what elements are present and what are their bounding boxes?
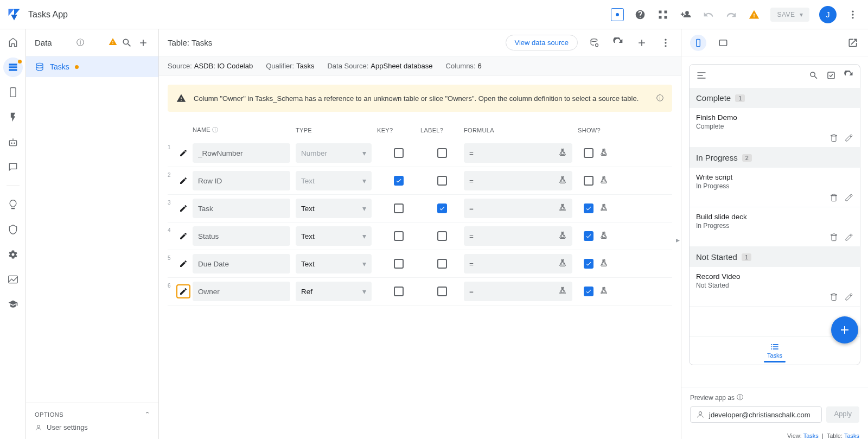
select-icon[interactable] [826,71,836,82]
user-settings-row[interactable]: User settings [35,418,150,431]
more-vert-icon[interactable] [846,8,859,21]
checkbox[interactable] [437,148,447,158]
flask-icon[interactable] [599,287,621,297]
checkbox[interactable] [437,203,447,213]
column-name-input[interactable] [193,254,290,273]
task-item[interactable]: Record VideoNot Started [690,267,860,307]
rail-learn-icon[interactable] [7,298,20,311]
view-link[interactable]: Tasks [803,432,819,439]
task-item[interactable]: Finish DemoComplete [690,108,860,148]
formula-input[interactable]: = [464,171,572,190]
column-name-input[interactable] [193,199,290,218]
column-name-input[interactable] [193,171,290,190]
group-header[interactable]: In Progress2 [690,148,860,168]
tablet-preview-button[interactable] [715,35,731,51]
avatar[interactable]: J [819,6,837,23]
edit-icon[interactable] [176,229,190,243]
checkbox[interactable] [584,148,593,158]
task-item[interactable]: Write scriptIn Progress [690,168,860,207]
column-name-input[interactable] [193,226,290,246]
column-name-input[interactable] [193,143,290,163]
edit-icon[interactable] [845,193,853,203]
rail-manage-icon[interactable] [7,273,20,286]
info-icon[interactable]: ⓘ [737,393,743,402]
add-user-icon[interactable] [679,8,692,21]
group-header[interactable]: Complete1 [690,88,860,108]
rail-security-icon[interactable] [7,223,20,236]
delete-icon[interactable] [829,193,838,203]
delete-icon[interactable] [829,233,838,243]
preview-email-input[interactable]: jdeveloper@christianschalk.com [690,406,822,423]
edit-icon[interactable] [845,133,853,144]
checkbox[interactable] [584,176,593,186]
collapse-preview-icon[interactable]: ▸ [676,234,681,245]
flask-icon[interactable] [599,148,621,158]
checkbox[interactable] [437,287,447,296]
column-type-select[interactable]: Ref▾ [296,282,372,301]
settings-icon[interactable] [588,36,601,49]
column-type-select[interactable]: Number▾ [296,143,372,163]
column-name-input[interactable] [193,282,290,301]
flask-icon[interactable] [599,176,621,186]
edit-icon[interactable] [176,284,190,298]
rail-data-icon[interactable] [7,61,20,74]
apply-button[interactable]: Apply [826,406,859,423]
checkbox[interactable] [584,287,593,296]
chevron-up-icon[interactable]: ⌃ [145,411,150,418]
delete-icon[interactable] [829,133,838,144]
redo-icon[interactable] [725,8,738,21]
bottom-nav[interactable]: Tasks [690,336,860,365]
search-icon[interactable] [120,36,133,49]
edit-icon[interactable] [845,233,853,243]
checkbox[interactable] [394,259,404,269]
edit-icon[interactable] [845,292,853,303]
formula-input[interactable]: = [464,199,572,218]
edit-icon[interactable] [176,201,190,215]
formula-input[interactable]: = [464,282,572,301]
rail-actions-icon[interactable] [7,111,20,124]
column-type-select[interactable]: Text▾ [296,171,372,190]
checkbox[interactable] [437,176,447,186]
column-type-select[interactable]: Text▾ [296,226,372,246]
mobile-preview-button[interactable] [690,35,706,51]
edit-icon[interactable] [176,257,190,271]
rail-settings-icon[interactable] [7,248,20,261]
task-item[interactable]: Build slide deckIn Progress [690,207,860,247]
view-data-source-button[interactable]: View data source [506,35,578,50]
edit-icon[interactable] [176,174,190,188]
column-type-select[interactable]: Text▾ [296,254,372,273]
rail-chat-icon[interactable] [7,161,20,174]
info-icon[interactable]: ⓘ [212,126,218,133]
flask-icon[interactable] [599,231,621,241]
rail-intelligence-icon[interactable] [7,198,20,211]
undo-icon[interactable] [702,8,715,21]
rail-views-icon[interactable] [7,86,20,99]
info-icon[interactable]: ⓘ [656,93,663,103]
checkbox[interactable] [437,231,447,241]
save-button[interactable]: SAVE ▾ [770,8,809,22]
checkbox[interactable] [394,287,404,296]
delete-icon[interactable] [829,292,838,303]
column-type-select[interactable]: Text▾ [296,199,372,218]
checkbox[interactable] [394,148,404,158]
sync-icon[interactable] [844,71,853,82]
table-link[interactable]: Tasks [844,432,859,439]
search-icon[interactable] [809,71,819,82]
checkbox[interactable] [584,231,593,241]
checkbox[interactable] [394,203,404,213]
menu-icon[interactable] [696,70,707,82]
formula-input[interactable]: = [464,226,572,246]
rail-bots-icon[interactable] [7,136,20,149]
group-header[interactable]: Not Started1 [690,247,860,267]
flask-icon[interactable] [599,203,621,214]
checkbox[interactable] [437,259,447,269]
data-table-tasks[interactable]: Tasks [26,56,158,77]
flask-icon[interactable] [599,259,621,269]
checkbox[interactable] [584,203,593,213]
apps-icon[interactable] [656,8,669,21]
more-vert-icon[interactable] [659,36,672,49]
checkbox[interactable] [394,231,404,241]
formula-input[interactable]: = [464,143,572,163]
info-icon[interactable]: ⓘ [76,38,84,48]
add-icon[interactable] [635,36,648,49]
